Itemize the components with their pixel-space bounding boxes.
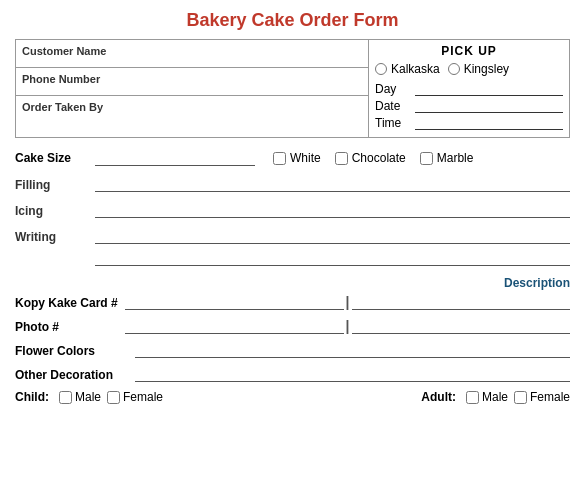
other-decoration-row: Other Decoration — [15, 366, 570, 382]
adult-label: Adult: — [421, 390, 456, 404]
icing-field[interactable] — [95, 202, 570, 218]
date-field[interactable] — [415, 99, 563, 113]
phone-number-row: Phone Number — [16, 68, 368, 96]
day-label: Day — [375, 82, 415, 96]
kingsley-option[interactable]: Kingsley — [448, 62, 509, 76]
marble-option[interactable]: Marble — [420, 151, 474, 165]
photo-field-right[interactable] — [352, 318, 571, 334]
flower-colors-row: Flower Colors — [15, 342, 570, 358]
pickup-section: PICK UP Kalkaska Kingsley Day Date Time — [369, 40, 569, 137]
photo-fields: | — [125, 318, 570, 334]
flower-colors-field[interactable] — [135, 342, 570, 358]
filling-field[interactable] — [95, 176, 570, 192]
customer-name-label: Customer Name — [22, 45, 106, 57]
writing-field[interactable] — [95, 228, 570, 244]
child-male-label: Male — [75, 390, 101, 404]
phone-number-label: Phone Number — [22, 73, 100, 85]
customer-name-row: Customer Name — [16, 40, 368, 68]
kopy-kake-field-right[interactable] — [352, 294, 571, 310]
kopy-kake-field-left[interactable] — [125, 294, 344, 310]
child-group: Child: Male Female — [15, 390, 163, 404]
date-label: Date — [375, 99, 415, 113]
top-section: Customer Name Phone Number Order Taken B… — [15, 39, 570, 138]
day-row: Day — [375, 82, 563, 96]
top-left-fields: Customer Name Phone Number Order Taken B… — [16, 40, 369, 137]
date-row: Date — [375, 99, 563, 113]
other-decoration-label: Other Decoration — [15, 368, 135, 382]
adult-male-label: Male — [482, 390, 508, 404]
child-female-option[interactable]: Female — [107, 390, 163, 404]
flower-colors-label: Flower Colors — [15, 344, 135, 358]
description-section: Description Kopy Kake Card # | Photo # |… — [15, 276, 570, 382]
kingsley-label: Kingsley — [464, 62, 509, 76]
child-male-option[interactable]: Male — [59, 390, 101, 404]
icing-label: Icing — [15, 204, 95, 218]
pickup-title: PICK UP — [375, 44, 563, 58]
kalkaska-option[interactable]: Kalkaska — [375, 62, 440, 76]
day-field[interactable] — [415, 82, 563, 96]
writing-label: Writing — [15, 230, 95, 244]
adult-female-label: Female — [530, 390, 570, 404]
time-row: Time — [375, 116, 563, 130]
middle-section: Cake Size White Chocolate Marble Filling… — [15, 150, 570, 266]
kopy-kake-fields: | — [125, 294, 570, 310]
kalkaska-radio[interactable] — [375, 63, 387, 75]
description-header: Description — [15, 276, 570, 290]
adult-male-checkbox[interactable] — [466, 391, 479, 404]
white-option[interactable]: White — [273, 151, 321, 165]
writing-extra-field[interactable] — [95, 250, 570, 266]
time-field[interactable] — [415, 116, 563, 130]
kingsley-radio[interactable] — [448, 63, 460, 75]
other-decoration-field[interactable] — [135, 366, 570, 382]
chocolate-checkbox[interactable] — [335, 152, 348, 165]
writing-row: Writing — [15, 228, 570, 244]
cake-type-group: White Chocolate Marble — [273, 151, 473, 165]
adult-female-checkbox[interactable] — [514, 391, 527, 404]
time-label: Time — [375, 116, 415, 130]
order-taken-row: Order Taken By — [16, 96, 368, 124]
kopy-kake-label: Kopy Kake Card # — [15, 296, 125, 310]
bottom-row: Child: Male Female Adult: Male Female — [15, 390, 570, 404]
kopy-kake-row: Kopy Kake Card # | — [15, 294, 570, 310]
icing-row: Icing — [15, 202, 570, 218]
white-checkbox[interactable] — [273, 152, 286, 165]
adult-female-option[interactable]: Female — [514, 390, 570, 404]
kalkaska-label: Kalkaska — [391, 62, 440, 76]
adult-male-option[interactable]: Male — [466, 390, 508, 404]
chocolate-option[interactable]: Chocolate — [335, 151, 406, 165]
photo-row: Photo # | — [15, 318, 570, 334]
photo-field-left[interactable] — [125, 318, 344, 334]
filling-label: Filling — [15, 178, 95, 192]
filling-row: Filling — [15, 176, 570, 192]
chocolate-label: Chocolate — [352, 151, 406, 165]
marble-checkbox[interactable] — [420, 152, 433, 165]
cake-size-row: Cake Size White Chocolate Marble — [15, 150, 570, 166]
order-taken-label: Order Taken By — [22, 101, 103, 113]
child-male-checkbox[interactable] — [59, 391, 72, 404]
marble-label: Marble — [437, 151, 474, 165]
kopy-kake-divider: | — [344, 294, 352, 310]
child-label: Child: — [15, 390, 49, 404]
child-female-checkbox[interactable] — [107, 391, 120, 404]
location-radio-row: Kalkaska Kingsley — [375, 62, 563, 76]
writing-section: Writing — [15, 228, 570, 266]
photo-label: Photo # — [15, 320, 125, 334]
cake-size-label: Cake Size — [15, 151, 95, 165]
child-female-label: Female — [123, 390, 163, 404]
white-label: White — [290, 151, 321, 165]
cake-size-field[interactable] — [95, 150, 255, 166]
photo-divider: | — [344, 318, 352, 334]
page-title: Bakery Cake Order Form — [15, 10, 570, 31]
adult-group: Adult: Male Female — [421, 390, 570, 404]
